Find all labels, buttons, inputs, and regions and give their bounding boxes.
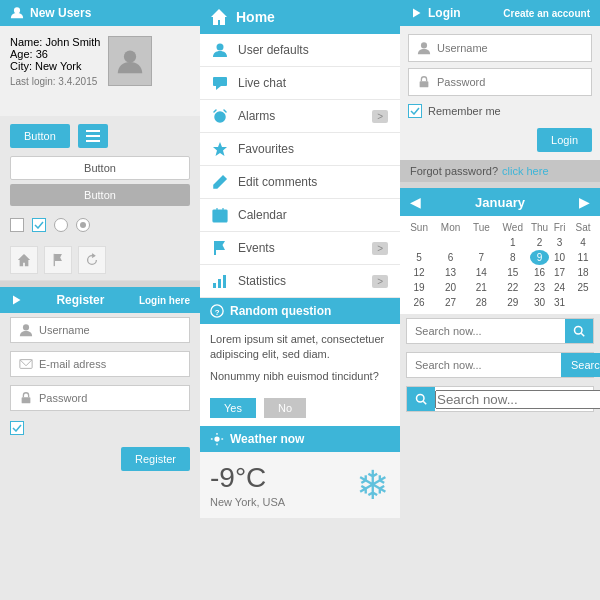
forgot-password-link[interactable]: click here (502, 165, 548, 177)
cal-cell[interactable]: 5 (404, 250, 434, 265)
radio-unchecked[interactable] (54, 218, 68, 232)
menu-item-statistics[interactable]: Statistics > (200, 265, 400, 298)
menu-item-user-defaults[interactable]: User defaults (200, 34, 400, 67)
register-button[interactable]: Register (121, 447, 190, 471)
cal-cell[interactable] (570, 295, 596, 310)
cal-cell[interactable]: 23 (530, 280, 549, 295)
cal-cell[interactable]: 28 (467, 295, 496, 310)
cal-cell[interactable]: 31 (549, 295, 570, 310)
create-account-link[interactable]: Create an account (503, 8, 590, 19)
svg-line-31 (581, 333, 584, 336)
cal-day-fri: Fri (549, 220, 570, 235)
email-field[interactable] (10, 351, 190, 377)
menu-button[interactable] (78, 124, 108, 148)
cal-cell[interactable] (434, 235, 467, 250)
password-input[interactable] (39, 392, 181, 404)
email-input[interactable] (39, 358, 181, 370)
question-buttons: Yes No (200, 392, 400, 426)
events-badge: > (372, 242, 388, 255)
statistics-icon (212, 273, 228, 289)
refresh-nav-icon[interactable] (78, 246, 106, 274)
search-button-2[interactable]: Search (561, 353, 600, 377)
checkbox-checked[interactable] (32, 218, 46, 232)
alarm-icon (212, 108, 228, 124)
cal-day-sun: Sun (404, 220, 434, 235)
remember-me-checkbox[interactable] (408, 104, 422, 118)
cal-cell[interactable]: 3 (549, 235, 570, 250)
events-icon (212, 240, 228, 256)
search-input-3[interactable] (435, 390, 600, 409)
password-field[interactable] (10, 385, 190, 411)
cal-cell[interactable]: 10 (549, 250, 570, 265)
cal-cell[interactable]: 27 (434, 295, 467, 310)
search-button-1[interactable] (565, 319, 593, 343)
login-password-field[interactable] (408, 68, 592, 96)
statistics-badge: > (372, 275, 388, 288)
home-nav-icon[interactable] (10, 246, 38, 274)
cal-cell[interactable]: 25 (570, 280, 596, 295)
blue-button[interactable]: Button (10, 124, 70, 148)
no-button[interactable]: No (264, 398, 306, 418)
checkbox-unchecked[interactable] (10, 218, 24, 232)
calendar-next-button[interactable]: ▶ (579, 194, 590, 210)
calendar-month: January (475, 195, 525, 210)
login-here-label[interactable]: Login here (139, 295, 190, 306)
search-input-1[interactable] (407, 319, 565, 343)
username-field[interactable] (10, 317, 190, 343)
question-icon: ? (210, 304, 224, 318)
cal-cell[interactable]: 8 (496, 250, 530, 265)
menu-item-events[interactable]: Events > (200, 232, 400, 265)
svg-rect-16 (214, 241, 216, 255)
cal-cell[interactable]: 18 (570, 265, 596, 280)
calendar-prev-button[interactable]: ◀ (410, 194, 421, 210)
cal-cell[interactable]: 1 (496, 235, 530, 250)
menu-item-alarms[interactable]: Alarms > (200, 100, 400, 133)
cal-cell[interactable]: 7 (467, 250, 496, 265)
username-input[interactable] (39, 324, 181, 336)
play-icon (10, 294, 22, 306)
menu-item-edit-comments[interactable]: Edit comments (200, 166, 400, 199)
register-checkbox[interactable] (10, 421, 24, 435)
search-input-2[interactable] (407, 353, 561, 377)
play-login-icon (410, 7, 422, 19)
cal-cell[interactable]: 6 (434, 250, 467, 265)
random-question-title: Random question (230, 304, 331, 318)
cal-cell[interactable]: 21 (467, 280, 496, 295)
cal-cell[interactable]: 14 (467, 265, 496, 280)
cal-cell[interactable]: 24 (549, 280, 570, 295)
flag-nav-icon[interactable] (44, 246, 72, 274)
menu-item-calendar[interactable]: 28 Calendar (200, 199, 400, 232)
svg-rect-3 (86, 135, 100, 137)
svg-text:28: 28 (217, 215, 223, 221)
cal-cell[interactable]: 12 (404, 265, 434, 280)
search-icon-box[interactable] (407, 387, 435, 411)
cal-cell[interactable]: 4 (570, 235, 596, 250)
cal-cell[interactable]: 2 (530, 235, 549, 250)
radio-checked[interactable] (76, 218, 90, 232)
menu-item-favourites[interactable]: Favourites (200, 133, 400, 166)
cal-cell[interactable]: 20 (434, 280, 467, 295)
menu-item-live-chat[interactable]: Live chat (200, 67, 400, 100)
gray-button[interactable]: Button (10, 184, 190, 206)
cal-cell[interactable] (404, 235, 434, 250)
cal-cell-today[interactable]: 9 (530, 250, 549, 265)
login-button[interactable]: Login (537, 128, 592, 152)
cal-cell[interactable]: 30 (530, 295, 549, 310)
cal-cell[interactable]: 17 (549, 265, 570, 280)
remember-me-row: Remember me (408, 102, 592, 124)
cal-cell[interactable]: 11 (570, 250, 596, 265)
cal-cell[interactable]: 29 (496, 295, 530, 310)
cal-cell[interactable]: 13 (434, 265, 467, 280)
cal-cell[interactable]: 26 (404, 295, 434, 310)
cal-cell[interactable]: 16 (530, 265, 549, 280)
cal-cell[interactable]: 19 (404, 280, 434, 295)
login-password-input[interactable] (437, 76, 583, 88)
login-username-field[interactable] (408, 34, 592, 62)
cal-cell[interactable]: 22 (496, 280, 530, 295)
cal-cell[interactable] (467, 235, 496, 250)
yes-button[interactable]: Yes (210, 398, 256, 418)
weather-location: New York, USA (210, 496, 285, 508)
cal-cell[interactable]: 15 (496, 265, 530, 280)
login-username-input[interactable] (437, 42, 583, 54)
outline-button[interactable]: Button (10, 156, 190, 180)
